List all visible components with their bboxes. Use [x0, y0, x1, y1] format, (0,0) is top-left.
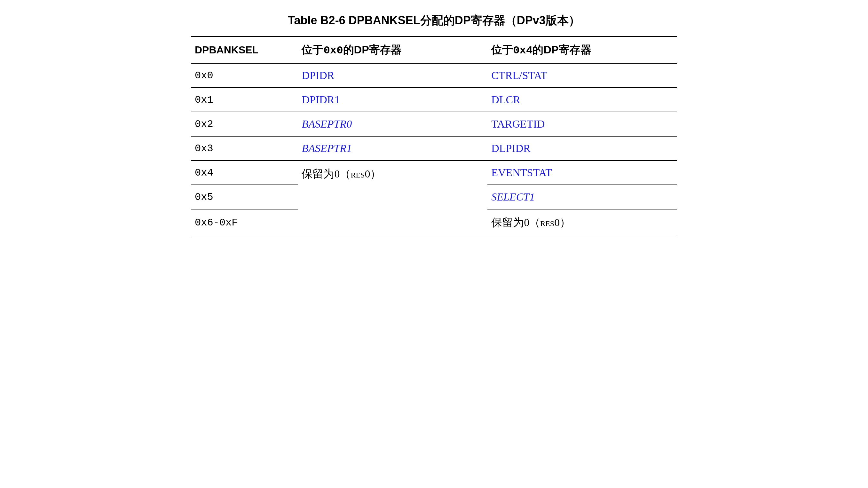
- cell-reg0: BASEPTR0: [298, 112, 488, 136]
- cell-reg4: DLPIDR: [488, 136, 677, 160]
- table-row: 0x4 保留为0（res0） EVENTSTAT: [191, 160, 677, 185]
- reserved-res0: res0: [540, 216, 560, 228]
- cell-reg0: BASEPTR1: [298, 136, 488, 160]
- header-0x4-addr: 0x4: [513, 44, 532, 57]
- cell-reg4: CTRL/STAT: [488, 63, 677, 88]
- cell-reg4: EVENTSTAT: [488, 160, 677, 185]
- link-baseptr1[interactable]: BASEPTR1: [302, 142, 352, 154]
- cell-sel: 0x4: [191, 160, 298, 185]
- cell-reg0-reserved: 保留为0（res0）: [298, 160, 488, 236]
- table-container: Table B2-6 DPBANKSEL分配的DP寄存器（DPv3版本） DPB…: [191, 13, 677, 236]
- header-0x4-prefix: 位于: [491, 43, 513, 56]
- link-dpidr[interactable]: DPIDR: [302, 69, 334, 81]
- link-eventstat[interactable]: EVENTSTAT: [491, 166, 552, 178]
- header-0x0-prefix: 位于: [302, 43, 323, 56]
- cell-sel: 0x6-0xF: [191, 209, 298, 236]
- link-select1[interactable]: SELECT1: [491, 191, 535, 203]
- link-ctrlstat[interactable]: CTRL/STAT: [491, 69, 547, 81]
- cell-reg0: DPIDR: [298, 63, 488, 88]
- reserved-prefix: 保留为0（: [302, 168, 350, 180]
- link-dlpidr[interactable]: DLPIDR: [491, 142, 531, 154]
- link-dpidr1[interactable]: DPIDR1: [302, 94, 340, 105]
- reserved-suffix: ）: [370, 168, 381, 180]
- table-title: Table B2-6 DPBANKSEL分配的DP寄存器（DPv3版本）: [191, 13, 677, 28]
- cell-reg0: DPIDR1: [298, 88, 488, 112]
- table-bottom-border: [191, 236, 677, 236]
- link-dlcr[interactable]: DLCR: [491, 94, 520, 105]
- table-row: 0x1 DPIDR1 DLCR: [191, 88, 677, 112]
- cell-sel: 0x1: [191, 88, 298, 112]
- cell-reg4: TARGETID: [488, 112, 677, 136]
- header-reg-0x0: 位于0x0的DP寄存器: [298, 36, 488, 63]
- header-row: DPBANKSEL 位于0x0的DP寄存器 位于0x4的DP寄存器: [191, 36, 677, 63]
- table-row: 0x2 BASEPTR0 TARGETID: [191, 112, 677, 136]
- table-row: 0x3 BASEPTR1 DLPIDR: [191, 136, 677, 160]
- table-row: 0x0 DPIDR CTRL/STAT: [191, 63, 677, 88]
- register-table: DPBANKSEL 位于0x0的DP寄存器 位于0x4的DP寄存器 0x0 DP…: [191, 36, 677, 236]
- header-reg-0x4: 位于0x4的DP寄存器: [488, 36, 677, 63]
- reserved-prefix: 保留为0（: [491, 216, 540, 228]
- reserved-suffix: ）: [560, 216, 570, 228]
- header-0x0-suffix: 的DP寄存器: [343, 43, 402, 56]
- header-0x0-addr: 0x0: [323, 44, 343, 57]
- header-0x4-suffix: 的DP寄存器: [532, 43, 591, 56]
- cell-reg4-reserved: 保留为0（res0）: [488, 209, 677, 236]
- cell-reg4: DLCR: [488, 88, 677, 112]
- header-dpbanksel: DPBANKSEL: [191, 36, 298, 63]
- link-baseptr0[interactable]: BASEPTR0: [302, 118, 352, 130]
- cell-sel: 0x2: [191, 112, 298, 136]
- cell-reg4: SELECT1: [488, 185, 677, 209]
- link-targetid[interactable]: TARGETID: [491, 118, 545, 130]
- cell-sel: 0x5: [191, 185, 298, 209]
- reserved-res0: res0: [350, 168, 370, 180]
- cell-sel: 0x3: [191, 136, 298, 160]
- cell-sel: 0x0: [191, 63, 298, 88]
